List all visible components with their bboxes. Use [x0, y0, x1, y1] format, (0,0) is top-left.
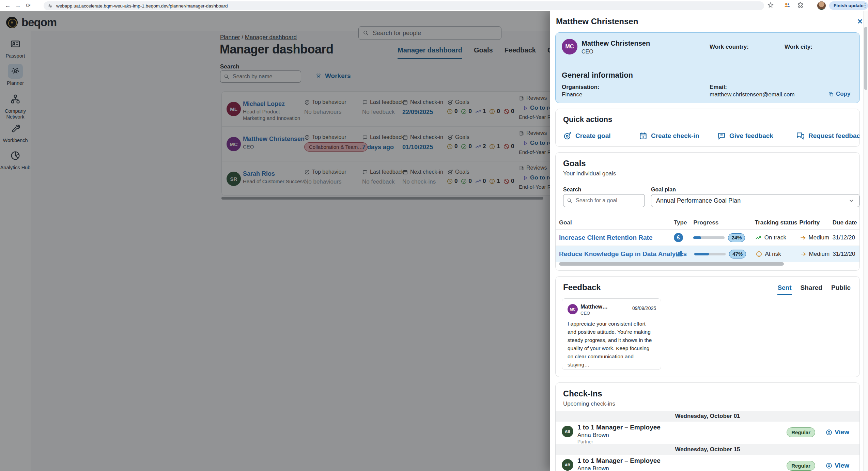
- browser-toolbar: ← → ⟳ webapp.uat.accelerate.bqm-weu-aks-…: [0, 0, 868, 11]
- modal-overlay: [0, 11, 550, 471]
- email-label: Email:: [710, 84, 727, 91]
- general-information-heading: General information: [562, 71, 633, 80]
- checkin-person-role: Partner: [577, 439, 593, 444]
- checkin-type-badge: Regular: [787, 461, 815, 471]
- progress-badge: 47%: [729, 250, 746, 258]
- chevron-down-icon: [848, 198, 854, 204]
- tab-sent[interactable]: Sent: [777, 284, 791, 295]
- site-settings-icon: [48, 3, 53, 9]
- goals-card: Goals Your individual goals Search Goal …: [555, 152, 860, 271]
- checkin-row[interactable]: AB 1 to 1 Manager – Employee Anna Brown …: [556, 422, 859, 444]
- checkin-title: 1 to 1 Manager – Employee: [577, 457, 661, 465]
- check-ins-subtitle: Upcoming check-ins: [563, 401, 615, 407]
- copy-email-button[interactable]: Copy: [828, 91, 851, 97]
- profiles-icon[interactable]: [784, 2, 791, 9]
- eye-icon: [825, 429, 833, 436]
- goal-row-increase-client-retention[interactable]: Increase Client Retention Rate € 24% On …: [556, 230, 859, 246]
- address-bar[interactable]: webapp.uat.accelerate.bqm-weu-aks-imp-1.…: [44, 1, 764, 10]
- checkin-date-band: Wednesday, October 15: [556, 444, 859, 455]
- profile-name: Matthew Christensen: [582, 40, 650, 47]
- browser-profile-avatar[interactable]: [817, 1, 826, 10]
- avatar: AB: [562, 459, 573, 471]
- progress-bar: [694, 253, 726, 255]
- at-risk-icon: [756, 251, 762, 257]
- priority-medium-icon: [800, 251, 807, 257]
- create-goal-button[interactable]: Create goal: [563, 131, 610, 140]
- goal-row-reduce-knowledge-gap[interactable]: Reduce Knowledge Gap in Data Analytics 4…: [556, 246, 859, 262]
- avatar: MC: [568, 304, 578, 314]
- goals-subtitle: Your individual goals: [563, 170, 616, 177]
- goal-link[interactable]: Reduce Knowledge Gap in Data Analytics: [556, 250, 675, 258]
- feedback-date: 09/09/2025: [632, 305, 656, 311]
- goal-search-input[interactable]: [575, 197, 641, 204]
- work-city-label: Work city:: [785, 44, 812, 50]
- checkin-row[interactable]: AB 1 to 1 Manager – Employee Anna Brown …: [556, 455, 859, 471]
- euro-goal-icon: €: [674, 233, 683, 242]
- bookmark-star-icon[interactable]: [767, 2, 774, 9]
- back-icon[interactable]: ←: [3, 1, 13, 10]
- copy-icon: [828, 91, 834, 97]
- avatar: AB: [562, 426, 573, 437]
- request-feedback-icon-button[interactable]: Request feedback: [796, 131, 860, 140]
- feedback-bubble-icon: [717, 131, 726, 140]
- feedback-heading: Feedback: [563, 283, 601, 292]
- goal-search-label: Search: [563, 187, 581, 193]
- url-text: webapp.uat.accelerate.bqm-weu-aks-imp-1.…: [56, 3, 228, 9]
- panel-scrollbar[interactable]: [863, 11, 868, 471]
- feedback-card: Feedback Sent Shared Public MC Matthew… …: [555, 276, 860, 377]
- view-checkin-link[interactable]: View: [825, 428, 849, 436]
- divider: [562, 66, 853, 66]
- create-checkin-button[interactable]: Create check-in: [639, 131, 699, 140]
- goals-horizontal-scrollbar[interactable]: [559, 262, 784, 266]
- bar-chart-icon: [675, 249, 683, 257]
- quick-actions-heading: Quick actions: [563, 115, 612, 124]
- close-icon[interactable]: ✕: [857, 17, 863, 26]
- worker-detail-panel: Matthew Christensen ✕ MC Matthew Christe…: [550, 11, 868, 471]
- request-feedback-icon: [796, 131, 805, 140]
- organisation-label: Organisation:: [562, 84, 600, 91]
- refresh-icon[interactable]: ⟳: [23, 1, 33, 10]
- goals-table-header: Goal Type Progress Tracking status Prior…: [556, 216, 859, 230]
- check-ins-card: Check-Ins Upcoming check-ins Wednesday, …: [555, 382, 860, 471]
- goal-target-icon: [563, 131, 572, 140]
- toolbar-divider: [813, 3, 813, 9]
- forward-icon[interactable]: →: [13, 1, 23, 10]
- feedback-author-role: CEO: [580, 311, 590, 316]
- progress-badge: 24%: [728, 233, 745, 242]
- checkin-person: Anna Brown: [577, 465, 609, 471]
- feedback-author: Matthew…: [580, 304, 608, 310]
- check-ins-heading: Check-Ins: [563, 389, 602, 398]
- extensions-icon[interactable]: [797, 2, 804, 9]
- goals-heading: Goals: [563, 159, 586, 168]
- screen: beqom Passport Planner Company Network: [0, 0, 868, 471]
- browser-menu-icon[interactable]: ⋮: [863, 2, 868, 9]
- tab-shared[interactable]: Shared: [801, 284, 822, 295]
- checkin-title: 1 to 1 Manager – Employee: [577, 424, 661, 431]
- calendar-plus-icon: [639, 131, 648, 140]
- profile-card: MC Matthew Christensen CEO Work country:…: [555, 32, 860, 103]
- goal-search-box[interactable]: [563, 194, 645, 207]
- organisation-value: Finance: [562, 91, 582, 98]
- goal-plan-select[interactable]: Annual Performance Goal Plan: [651, 194, 859, 207]
- avatar: MC: [562, 39, 577, 54]
- view-checkin-link[interactable]: View: [825, 462, 849, 469]
- give-feedback-button[interactable]: Give feedback: [717, 131, 773, 140]
- work-country-label: Work country:: [710, 44, 749, 50]
- checkin-person: Anna Brown: [577, 432, 609, 439]
- tab-public[interactable]: Public: [831, 284, 851, 295]
- goal-plan-label: Goal plan: [651, 187, 676, 193]
- panel-title: Matthew Christensen: [556, 17, 638, 26]
- profile-role: CEO: [582, 49, 593, 55]
- finish-update-button[interactable]: Finish update: [829, 1, 868, 10]
- quick-actions-card: Quick actions Create goal Create check-i…: [555, 109, 860, 147]
- progress-bar: [693, 236, 725, 239]
- panel-scrollbar-thumb[interactable]: [864, 27, 867, 90]
- feedback-item[interactable]: MC Matthew… CEO 09/09/2025 I appreciate …: [562, 298, 661, 370]
- email-value: matthew.christensen@email.com: [710, 91, 795, 98]
- feedback-text: I appreciate your consistent effort and …: [568, 320, 655, 369]
- goal-link[interactable]: Increase Client Retention Rate: [556, 234, 674, 241]
- priority-medium-icon: [800, 234, 806, 241]
- eye-icon: [825, 462, 833, 469]
- search-icon: [567, 198, 572, 203]
- checkin-type-badge: Regular: [787, 427, 815, 437]
